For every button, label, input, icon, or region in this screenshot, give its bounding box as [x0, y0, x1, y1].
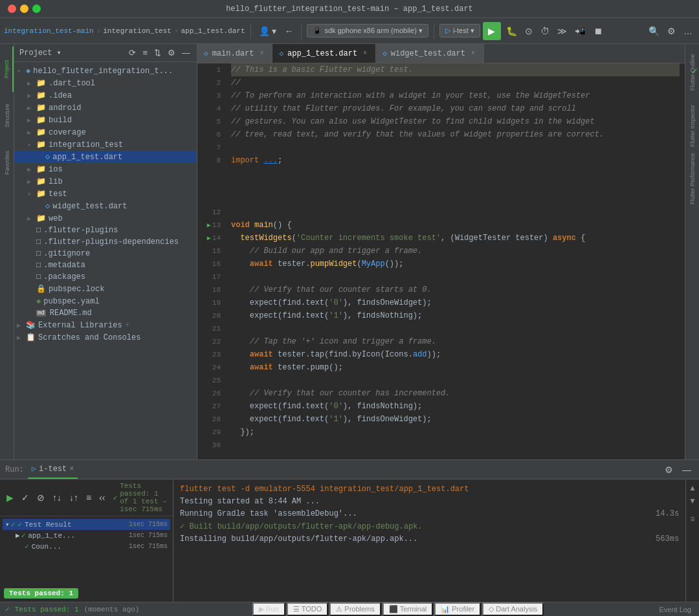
structure-tab[interactable]: Structure [1, 93, 14, 138]
scroll-end-btn[interactable]: ≡ [687, 513, 698, 525]
tree-item-pubspec-yaml[interactable]: ◈ pubspec.yaml [14, 295, 197, 307]
tab-main-dart[interactable]: ◇ main.dart × [197, 44, 272, 63]
scroll-down-btn[interactable]: ▼ [687, 495, 698, 507]
run-tab-itest[interactable]: ▷ i-test × [28, 460, 78, 479]
stop-button[interactable]: ⏹ [591, 23, 605, 39]
run-results-list[interactable]: ▾ ✓ ✓ Test Result 1sec 715ms ▶ ✓ app_1_t… [0, 516, 173, 585]
gear-icon[interactable]: ⚙ [166, 47, 177, 59]
run-tab-close[interactable]: × [69, 465, 74, 474]
maximize-button[interactable] [32, 5, 41, 13]
close-tab-app1[interactable]: × [361, 49, 369, 58]
tree-item-build[interactable]: ▶ 📁 build [14, 114, 197, 126]
run-stop-btn[interactable]: ⊘ [34, 491, 47, 504]
code-line-23: await tester.tap(find.byIcon(Icons.add))… [231, 348, 680, 361]
tree-item-pubspec-lock[interactable]: 🔒 pubspec.lock [14, 283, 197, 295]
tree-item-root[interactable]: ▾ ◈ hello_flutter_integration_t... [14, 65, 197, 77]
code-text: // utility that Flutter provides. For ex… [231, 104, 576, 113]
run-check-btn[interactable]: ✓ [19, 491, 32, 504]
project-tab[interactable]: Project [1, 47, 14, 92]
bottom-tab-profiler[interactable]: 📊 Profiler [434, 602, 481, 616]
yaml-icon: ◈ [36, 296, 41, 306]
code-content[interactable]: // This is a basic Flutter widget test. … [226, 63, 685, 459]
tree-item-widget-test[interactable]: ◇ widget_test.dart [14, 200, 197, 212]
search-button[interactable]: 🔍 [646, 23, 662, 39]
code-text: void [231, 221, 254, 230]
tree-item-lib[interactable]: ▶ 📁 lib [14, 175, 197, 188]
tree-item-app1-test[interactable]: ◇ app_1_test.dart [14, 151, 197, 163]
tree-item-coverage[interactable]: ▶ 📁 coverage [14, 126, 197, 138]
tree-item-integration-test[interactable]: ▾ 📁 integration_test [14, 138, 197, 151]
run-nav-prev-btn[interactable]: ‹‹ [96, 491, 107, 504]
flutter-outline-tab[interactable]: Flutter Outline [686, 47, 699, 98]
sort-icon[interactable]: ⇅ [153, 47, 162, 59]
tree-item-external-libs[interactable]: ▶ 📚 External Libraries + [14, 319, 197, 331]
bottom-tab-problems[interactable]: ⚠ Problems [329, 602, 381, 616]
tree-item-metadata[interactable]: □ .metadata [14, 259, 197, 271]
tree-item-test[interactable]: ▾ 📁 test [14, 188, 197, 200]
tree-item-ios[interactable]: ▶ 📁 ios [14, 163, 197, 175]
pass-badge-container: Tests passed: 1 [0, 585, 173, 602]
profile-button[interactable]: 👤 ▾ [256, 23, 280, 39]
tree-item-android[interactable]: ▶ 📁 android [14, 102, 197, 114]
breadcrumb-item-2[interactable]: integration_test [103, 27, 172, 35]
tree-item-dart-tool[interactable]: ▶ 📁 .dart_tool [14, 77, 197, 89]
event-log-btn[interactable]: Event Log [656, 606, 694, 613]
breadcrumb-item-3[interactable]: app_1_test.dart [181, 27, 245, 35]
run-filter-btn[interactable]: ≡ [83, 491, 94, 504]
breadcrumb-item-1[interactable]: integration_test-main [4, 27, 94, 35]
close-button[interactable] [8, 5, 16, 13]
bottom-tab-dart-analysis[interactable]: ◇ Dart Analysis [482, 602, 544, 616]
tree-item-readme[interactable]: md README.md [14, 307, 197, 319]
tab-widget-test[interactable]: ◇ widget_test.dart × [376, 44, 484, 63]
run-play-btn[interactable]: ▶ [4, 491, 16, 504]
sdk-selector[interactable]: 📱 sdk gphone x86 arm (mobile) ▾ [307, 24, 428, 38]
scroll-up-btn[interactable]: ▲ [687, 482, 698, 494]
run-config-selector[interactable]: ▷ i-test ▾ [439, 24, 480, 38]
tree-item-flutter-plugins-deps[interactable]: □ .flutter-plugins-dependencies [14, 236, 197, 248]
more-run-button[interactable]: ≫ [555, 23, 570, 39]
device-button[interactable]: 📲 [572, 23, 588, 39]
close-sidebar-icon[interactable]: — [181, 47, 192, 59]
run-sort-asc-btn[interactable]: ↑↓ [50, 491, 64, 504]
tree-item-gitignore[interactable]: □ .gitignore [14, 248, 197, 259]
settings-button[interactable]: ⚙ [665, 23, 678, 39]
minimize-button[interactable] [20, 5, 28, 13]
event-log-label: Event Log [659, 606, 691, 613]
back-button[interactable]: ← [282, 23, 296, 39]
coverage-button[interactable]: ⊙ [522, 23, 535, 39]
run-panel-minimize[interactable]: — [680, 463, 694, 476]
tree-item-packages[interactable]: □ .packages [14, 271, 197, 283]
stats-text: Tests passed: 1 of 1 test – 1sec 715ms [120, 482, 169, 513]
editor-tabs: ◇ main.dart × ◇ app_1_test.dart × ◇ widg… [197, 44, 685, 63]
run-result-app1[interactable]: ▶ ✓ app_1_te... 1sec 715ms [3, 530, 170, 541]
close-tab-main[interactable]: × [258, 49, 265, 58]
line-num-28: 28 [197, 413, 226, 426]
tree-item-scratches[interactable]: ▶ 📋 Scratches and Consoles [14, 331, 197, 344]
favorites-tab[interactable]: Favorites [1, 140, 14, 185]
tree-item-flutter-plugins[interactable]: □ .flutter-plugins [14, 225, 197, 236]
debug-button[interactable]: 🐛 [504, 23, 520, 39]
flutter-inspector-tab[interactable]: Flutter Inspector [686, 100, 699, 151]
tree-item-web[interactable]: ▶ 📁 web [14, 212, 197, 225]
sync-icon[interactable]: ⟳ [128, 47, 137, 59]
run-result-root[interactable]: ▾ ✓ ✓ Test Result 1sec 715ms [3, 519, 170, 530]
code-editor[interactable]: 1 2 3 4 5 6 7 8 12 ▶13 ▶14 15 16 [197, 63, 685, 459]
file-icon: □ [36, 237, 41, 247]
run-panel-settings[interactable]: ⚙ [662, 463, 676, 476]
bottom-tab-terminal[interactable]: ⬛ Terminal [383, 602, 433, 616]
run-button[interactable]: ▶ [483, 22, 501, 40]
collapse-icon[interactable]: ≡ [141, 47, 149, 59]
bottom-tab-todo[interactable]: ☰ TODO [287, 602, 328, 616]
code-text: // Verify that our counter starts at 0. [231, 285, 432, 294]
window-controls[interactable] [8, 5, 41, 13]
run-sort-desc-btn[interactable]: ↓↑ [67, 491, 81, 504]
tree-item-idea[interactable]: ▶ 📁 .idea [14, 89, 197, 102]
run-result-counter[interactable]: ✓ Coun... 1sec 715ms [3, 541, 170, 552]
more-actions-button[interactable]: … [681, 23, 695, 39]
flutter-performance-tab[interactable]: Flutter Performance [686, 153, 699, 204]
line-num-27: 27 [197, 400, 226, 413]
tab-app1-test[interactable]: ◇ app_1_test.dart × [272, 44, 376, 63]
profile-run-button[interactable]: ⏱ [538, 23, 552, 39]
close-tab-widget[interactable]: × [469, 49, 477, 58]
bottom-tab-run[interactable]: ▶ Run [252, 602, 285, 616]
